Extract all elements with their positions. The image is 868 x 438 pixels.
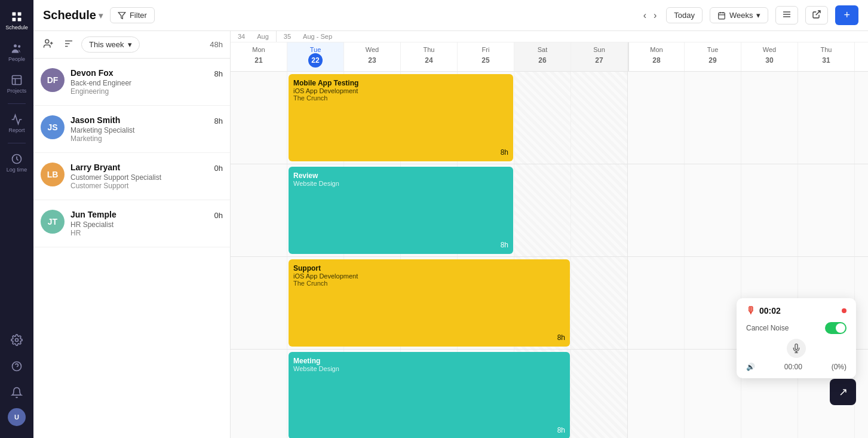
person-row-devon[interactable]: DF Devon Fox Back-end Engineer Engineeri… <box>33 59 230 106</box>
sidebar-label-people: People <box>8 56 25 62</box>
sidebar-item-people[interactable]: People <box>2 38 32 67</box>
cell-devon-mon21[interactable] <box>231 72 287 164</box>
event-hours: 8h <box>293 333 565 342</box>
person-row-jun[interactable]: JT Jun Temple HR Specialist HR 0h <box>33 200 230 247</box>
cell-larry-tue29[interactable] <box>685 257 741 349</box>
day-header-wed30: Wed 30 <box>741 42 798 71</box>
next-week-button[interactable]: › <box>651 8 659 23</box>
day-header-fri1: Fri 1 <box>855 42 868 71</box>
week34-label: 34 <box>238 33 245 40</box>
avatar[interactable]: U <box>8 408 26 426</box>
cell-jason-thu31[interactable] <box>798 164 855 256</box>
person-name-larry: Larry Bryant <box>70 163 208 172</box>
event-jun-meeting[interactable]: Meeting Website Design 8h <box>289 352 570 438</box>
cell-devon-sat26[interactable] <box>514 72 571 164</box>
add-button[interactable]: + <box>835 5 858 25</box>
avatar-jun: JT <box>41 210 65 234</box>
sidebar-item-report[interactable]: Report <box>2 109 32 138</box>
calendar-body: Mobile App Testing iOS App Development T… <box>231 72 868 438</box>
cancel-noise-row: Cancel Noise <box>746 322 846 334</box>
this-week-button[interactable]: This week ▾ <box>81 36 140 53</box>
today-button[interactable]: Today <box>666 7 703 23</box>
event-project: The Crunch <box>293 280 565 287</box>
person-info-jun: Jun Temple HR Specialist HR <box>70 210 208 237</box>
svg-point-5 <box>18 45 20 48</box>
sidebar-item-help[interactable] <box>2 356 32 377</box>
cell-jun-sun27[interactable] <box>571 350 628 438</box>
day-header-tue22: Tue 22 <box>287 42 344 71</box>
people-toolbar: This week ▾ 48h <box>33 31 230 59</box>
cell-jason-tue29[interactable] <box>685 164 741 256</box>
cell-jason-sun27[interactable] <box>571 164 628 256</box>
cell-jason-mon21[interactable] <box>231 164 287 256</box>
svg-rect-1 <box>18 13 22 16</box>
event-jason-review[interactable]: Review Website Design 8h <box>289 167 513 254</box>
person-dept-larry: Customer Support <box>70 182 208 190</box>
cell-jason-fri1[interactable] <box>855 164 868 256</box>
person-hours-devon: 8h <box>214 68 223 78</box>
cell-devon-sun27[interactable] <box>571 72 628 164</box>
event-subtitle: Website Design <box>293 180 508 187</box>
svg-point-20 <box>45 39 49 43</box>
weeks-button[interactable]: Weeks ▾ <box>710 7 769 23</box>
cell-larry-fri1[interactable] <box>855 257 868 349</box>
cell-larry-sun27[interactable] <box>571 257 628 349</box>
view-toggle-button[interactable] <box>775 6 798 24</box>
sort-button[interactable] <box>61 36 76 53</box>
person-row-jason[interactable]: JS Jason Smith Marketing Specialist Mark… <box>33 106 230 153</box>
person-role-larry: Customer Support Specialist <box>70 173 208 182</box>
person-role-jun: HR Specialist <box>70 220 208 229</box>
help-icon <box>11 360 23 372</box>
header: Schedule ▾ Filter ‹ › Today Weeks ▾ <box>33 0 868 31</box>
noise-popup: 🎙 00:02 Cancel Noise 🔊 00:00 (0%) <box>737 298 856 378</box>
prev-week-button[interactable]: ‹ <box>641 8 649 23</box>
cell-devon-mon28[interactable] <box>628 72 685 164</box>
filter-button[interactable]: Filter <box>110 7 155 23</box>
event-title: Review <box>293 171 508 180</box>
svg-point-8 <box>16 339 19 342</box>
cell-jun-fri1[interactable] <box>855 350 868 438</box>
cell-jun-mon21[interactable] <box>231 350 287 438</box>
sidebar-divider <box>8 103 26 104</box>
people-panel: This week ▾ 48h DF Devon Fox Back-end En… <box>33 31 231 438</box>
cell-jun-mon28[interactable] <box>628 350 685 438</box>
cell-devon-tue29[interactable] <box>685 72 741 164</box>
calendar-header: 34 Aug 35 Aug - Sep <box>231 31 868 72</box>
list-icon <box>782 10 792 19</box>
grid-icon <box>11 11 23 23</box>
aug-sep-label: Aug - Sep <box>303 33 332 40</box>
event-title: Mobile App Testing <box>293 79 508 87</box>
sidebar-item-schedule[interactable]: Schedule <box>2 6 32 35</box>
sidebar-item-projects[interactable]: Projects <box>2 69 32 99</box>
aug-label: Aug <box>257 33 269 40</box>
cell-devon-thu31[interactable] <box>798 72 855 164</box>
add-person-button[interactable] <box>41 36 56 53</box>
cell-jun-tue29[interactable] <box>685 350 741 438</box>
sidebar-divider2 <box>8 143 26 143</box>
svg-rect-2 <box>13 18 16 22</box>
event-larry-support[interactable]: Support iOS App Development The Crunch 8… <box>289 259 570 347</box>
cell-jason-mon28[interactable] <box>628 164 685 256</box>
report-icon <box>11 114 23 125</box>
sidebar-item-settings[interactable] <box>2 329 32 351</box>
person-row-larry[interactable]: LB Larry Bryant Customer Support Special… <box>33 153 230 200</box>
external-link-icon <box>812 10 821 19</box>
cell-jason-sat26[interactable] <box>514 164 571 256</box>
recording-indicator <box>842 308 846 313</box>
cell-jason-wed30[interactable] <box>741 164 798 256</box>
cell-larry-mon21[interactable] <box>231 257 287 349</box>
cell-devon-wed30[interactable] <box>741 72 798 164</box>
week34-group: 34 Aug <box>231 31 277 42</box>
nav-arrows: ‹ › <box>641 8 660 23</box>
cursor-arrow-button[interactable]: ↗ <box>830 379 856 405</box>
person-hours-jun: 0h <box>214 210 223 220</box>
cell-larry-mon28[interactable] <box>628 257 685 349</box>
sidebar-item-notifications[interactable] <box>2 382 32 403</box>
event-devon-mobile[interactable]: Mobile App Testing iOS App Development T… <box>289 74 513 161</box>
cancel-noise-toggle[interactable] <box>825 322 846 334</box>
external-link-button[interactable] <box>805 6 828 24</box>
event-subtitle: iOS App Development <box>293 87 508 94</box>
cell-devon-fri1[interactable] <box>855 72 868 164</box>
sidebar-item-logtime[interactable]: Log time <box>2 148 32 177</box>
day-header-sun27: Sun 27 <box>571 42 628 71</box>
